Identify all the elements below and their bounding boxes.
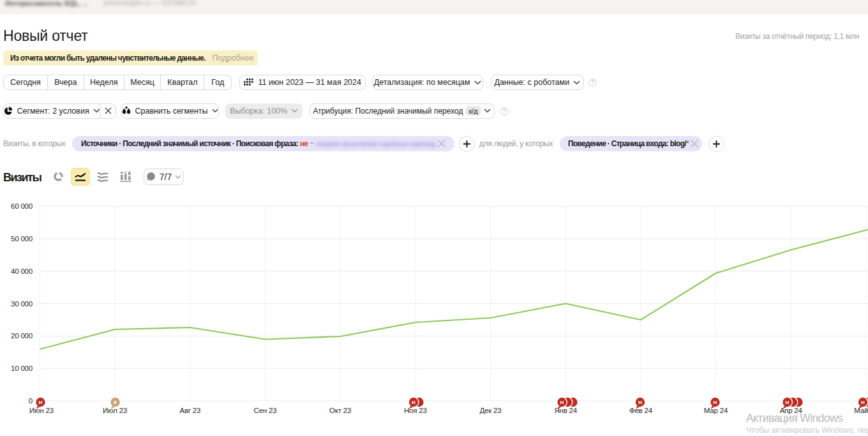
svg-text:Н: Н [714, 400, 717, 405]
svg-text:50 000: 50 000 [11, 235, 33, 243]
svg-text:Е: Е [114, 400, 117, 405]
svg-text:Н: Н [412, 400, 415, 405]
svg-text:20 000: 20 000 [11, 332, 33, 340]
svg-text:Н: Н [560, 400, 564, 405]
svg-text:Н: Н [39, 400, 43, 405]
svg-text:40 000: 40 000 [11, 267, 33, 275]
svg-text:Н: Н [638, 400, 642, 405]
svg-text:Н: Н [786, 400, 789, 405]
svg-text:10 000: 10 000 [11, 365, 33, 372]
svg-text:Н: Н [861, 400, 865, 405]
svg-text:60 000: 60 000 [11, 202, 33, 210]
svg-text:30 000: 30 000 [11, 300, 33, 308]
